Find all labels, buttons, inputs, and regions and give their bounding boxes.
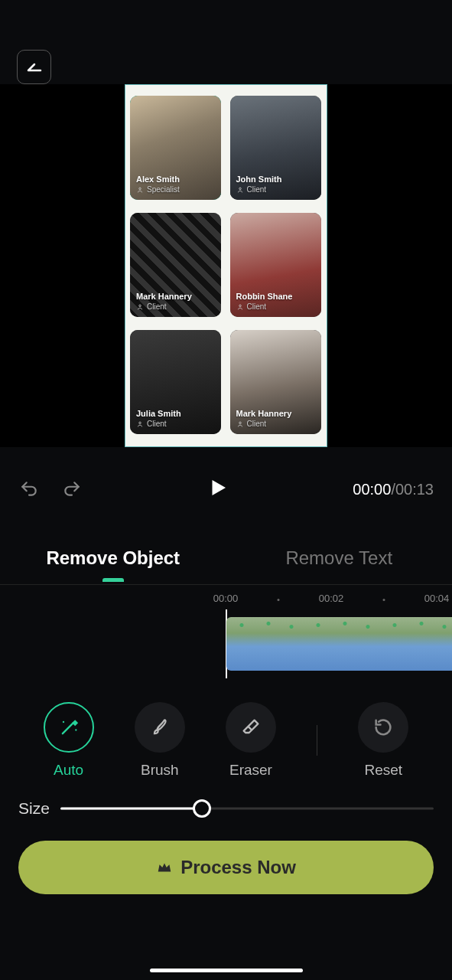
process-now-button[interactable]: Process Now (18, 841, 434, 894)
timeline[interactable]: 00:0000:0200:04 (0, 585, 452, 684)
person-photo (130, 96, 221, 200)
person-name: Robbin Shane (236, 292, 315, 301)
person-name: Mark Hannery (236, 409, 315, 418)
tool-reset-label: Reset (365, 762, 403, 779)
undo-icon (19, 479, 39, 499)
person-role-row: Client (136, 302, 215, 311)
person-role-row: Client (236, 302, 315, 311)
top-bar (0, 0, 452, 84)
person-card[interactable]: Mark HanneryClient (230, 330, 321, 434)
person-icon (236, 186, 244, 194)
svg-point-1 (239, 188, 241, 190)
home-indicator[interactable] (150, 969, 303, 972)
person-icon (236, 420, 244, 428)
size-row: Size (0, 799, 452, 818)
svg-point-2 (139, 305, 141, 307)
timeline-mark: 00:04 (424, 593, 450, 604)
redo-icon (62, 479, 82, 499)
person-card[interactable]: Alex SmithSpecialist (130, 96, 221, 200)
person-role-row: Client (236, 185, 315, 194)
clip-thumbnail (303, 617, 379, 671)
person-card[interactable]: John SmithClient (230, 96, 321, 200)
person-icon (136, 303, 144, 311)
person-role-row: Client (236, 420, 315, 428)
play-button[interactable] (206, 476, 229, 502)
undo-button[interactable] (18, 479, 40, 500)
svg-point-3 (239, 305, 241, 307)
person-role-row: Client (136, 420, 215, 428)
tool-eraser[interactable]: Eraser (226, 702, 276, 779)
person-card[interactable]: Robbin ShaneClient (230, 213, 321, 317)
tool-brush-label: Brush (141, 762, 179, 779)
crown-icon (156, 859, 173, 876)
back-arrow-icon (25, 58, 44, 77)
time-current: 00:00 (353, 481, 391, 498)
slider-fill (60, 808, 202, 810)
person-photo (130, 330, 221, 434)
auto-icon (58, 717, 80, 738)
person-name: John Smith (236, 175, 315, 184)
svg-point-7 (75, 729, 76, 730)
back-button[interactable] (17, 50, 51, 84)
clip-area[interactable] (0, 612, 452, 677)
timeline-marks: 00:0000:0200:04 (0, 593, 452, 608)
slider-thumb[interactable] (193, 799, 211, 818)
person-icon (236, 303, 244, 311)
tool-auto-label: Auto (54, 762, 83, 779)
person-photo (230, 96, 321, 200)
play-icon (206, 476, 229, 499)
svg-point-6 (62, 721, 63, 723)
svg-point-0 (139, 188, 141, 190)
person-role: Client (247, 302, 267, 311)
redo-button[interactable] (61, 479, 83, 500)
person-role: Client (147, 420, 167, 428)
person-name: Mark Hannery (136, 292, 215, 301)
tool-separator (317, 725, 317, 756)
size-label: Size (18, 799, 50, 818)
playback-bar: 00:00/00:13 (0, 447, 452, 531)
timeline-mark: 00:02 (319, 593, 344, 604)
eraser-icon (240, 717, 262, 738)
mode-tabs: Remove Object Remove Text (0, 531, 452, 585)
video-preview: Alex SmithSpecialistJohn SmithClientMark… (0, 84, 452, 447)
person-role: Client (247, 185, 267, 194)
person-name: Alex Smith (136, 175, 215, 184)
clip-thumbnail (226, 617, 303, 671)
person-card[interactable]: Mark HanneryClient (130, 213, 221, 317)
timeline-mark: 00:00 (213, 593, 239, 604)
clip-thumbnail (379, 617, 452, 671)
person-role: Client (147, 302, 167, 311)
tool-auto[interactable]: Auto (44, 702, 94, 779)
clip-strip[interactable] (226, 617, 452, 671)
tool-reset[interactable]: Reset (358, 702, 408, 779)
person-photo (130, 213, 221, 317)
person-role: Client (247, 420, 267, 428)
timeline-dot (383, 599, 385, 601)
tool-brush[interactable]: Brush (135, 702, 185, 779)
person-role: Specialist (147, 185, 180, 194)
person-icon (136, 186, 144, 194)
svg-point-5 (239, 422, 241, 424)
person-role-row: Specialist (136, 185, 215, 194)
person-photo (230, 213, 321, 317)
brush-icon (149, 717, 171, 738)
tool-eraser-label: Eraser (229, 762, 272, 779)
person-card[interactable]: Julia SmithClient (130, 330, 221, 434)
process-now-label: Process Now (180, 857, 296, 878)
person-photo (230, 330, 321, 434)
preview-content[interactable]: Alex SmithSpecialistJohn SmithClientMark… (125, 84, 327, 447)
timeline-dot (278, 599, 280, 601)
time-display: 00:00/00:13 (353, 481, 434, 498)
reset-icon (372, 717, 394, 738)
svg-point-4 (139, 422, 141, 424)
tab-remove-text[interactable]: Remove Text (226, 535, 453, 581)
person-name: Julia Smith (136, 409, 215, 418)
people-grid: Alex SmithSpecialistJohn SmithClientMark… (130, 96, 322, 434)
person-icon (136, 420, 144, 428)
time-duration: 00:13 (395, 481, 434, 498)
size-slider[interactable] (60, 799, 434, 818)
tools-row: Auto Brush Eraser Reset (0, 698, 452, 782)
tab-remove-object[interactable]: Remove Object (0, 535, 226, 581)
